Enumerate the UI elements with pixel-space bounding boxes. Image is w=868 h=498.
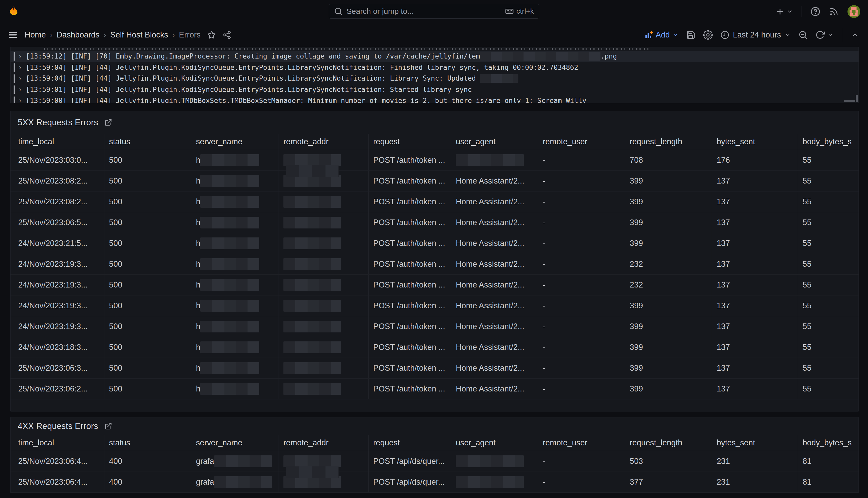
cell-request_length: 503 — [625, 451, 712, 472]
cell-request: POST /auth/token ... — [368, 171, 451, 191]
breadcrumb-home[interactable]: Home — [25, 30, 46, 40]
search-input[interactable]: Search or jump to... ctrl+k — [329, 4, 539, 19]
cell-remote_user: - — [538, 192, 625, 212]
help-button[interactable] — [811, 7, 820, 16]
table-4xx: time_localstatusserver_nameremote_addrre… — [11, 435, 858, 493]
column-header-status[interactable]: status — [104, 134, 191, 150]
column-header-status[interactable]: status — [104, 435, 191, 451]
breadcrumb-dashboards[interactable]: Dashboards — [57, 30, 99, 40]
redacted-blur — [214, 455, 272, 467]
collapse-toolbar-button[interactable] — [851, 31, 859, 39]
cell-bytes_sent: 137 — [712, 192, 798, 212]
avatar[interactable] — [847, 5, 860, 18]
add-panel-button[interactable]: Add — [644, 30, 678, 40]
cell-remote_user: - — [538, 171, 625, 191]
new-button[interactable] — [775, 7, 793, 16]
keyboard-icon — [505, 7, 514, 16]
column-header-request_length[interactable]: request_length — [625, 134, 712, 150]
log-lines: ›[13:59:12] [INF] [70] Emby.Drawing.Imag… — [11, 47, 858, 103]
cell-bytes_sent: 137 — [712, 212, 798, 233]
log-level-indicator — [14, 75, 15, 83]
cell-status: 500 — [104, 316, 191, 337]
cell-user_agent: Home Assistant/2... — [451, 171, 538, 191]
breadcrumb-dashboard-name[interactable]: Self Host Blocks — [110, 30, 168, 40]
cell-remote_addr — [279, 337, 368, 357]
redacted-blur — [214, 476, 272, 488]
cell-status: 500 — [104, 233, 191, 254]
column-header-request_length[interactable]: request_length — [625, 435, 712, 451]
cell-time_local: 24/Nov/2023:19:3... — [18, 275, 104, 295]
log-row: ›[13:59:04] [INF] [44] Jellyfin.Plugin.K… — [11, 73, 858, 84]
cell-remote_addr — [279, 233, 368, 254]
external-link-icon[interactable] — [104, 422, 112, 430]
cell-status: 400 — [104, 451, 191, 472]
cell-remote_user: - — [538, 379, 625, 399]
time-range-picker[interactable]: Last 24 hours — [720, 30, 791, 40]
breadcrumb-separator: › — [50, 30, 53, 39]
cell-body_bytes_sent: 55 — [798, 150, 852, 170]
column-header-remote_user[interactable]: remote_user — [538, 134, 625, 150]
redacted-blur — [283, 217, 341, 228]
column-header-time_local[interactable]: time_local — [18, 435, 104, 451]
table-header-row: time_localstatusserver_nameremote_addrre… — [11, 435, 858, 451]
column-header-remote_addr[interactable]: remote_addr — [279, 134, 368, 150]
cell-request: POST /auth/token ... — [368, 192, 451, 212]
column-header-remote_user[interactable]: remote_user — [538, 435, 625, 451]
cell-server_name: h — [191, 337, 279, 357]
column-header-remote_addr[interactable]: remote_addr — [279, 435, 368, 451]
cell-remote_addr — [279, 254, 368, 274]
share-button[interactable] — [223, 30, 231, 39]
clock-icon — [720, 30, 729, 39]
panel-title[interactable]: 4XX Requests Errors — [18, 421, 98, 431]
redacted-blur — [286, 165, 339, 177]
expand-log-chevron[interactable]: › — [19, 64, 21, 71]
redacted-blur — [200, 237, 259, 249]
cell-remote_user: - — [538, 472, 625, 492]
cell-bytes_sent: 137 — [712, 337, 798, 357]
column-header-user_agent[interactable]: user_agent — [451, 134, 538, 150]
cell-remote_user: - — [538, 212, 625, 233]
column-header-request[interactable]: request — [368, 134, 451, 150]
cell-user_agent: Home Assistant/2... — [451, 212, 538, 233]
cell-user_agent: Home Assistant/2... — [451, 275, 538, 295]
logs-panel: ›[13:59:12] [INF] [70] Emby.Drawing.Imag… — [10, 47, 859, 103]
scrollbar[interactable] — [844, 93, 858, 102]
expand-log-chevron[interactable]: › — [19, 97, 21, 103]
column-header-time_local[interactable]: time_local — [18, 134, 104, 150]
external-link-icon[interactable] — [104, 119, 112, 126]
column-header-server_name[interactable]: server_name — [191, 435, 279, 451]
save-dashboard-button[interactable] — [686, 30, 695, 40]
grafana-logo[interactable] — [8, 6, 19, 17]
cell-remote_user: - — [538, 150, 625, 170]
cell-request: POST /auth/token ... — [368, 337, 451, 357]
cell-user_agent: Home Assistant/2... — [451, 233, 538, 254]
column-header-bytes_sent[interactable]: bytes_sent — [712, 435, 798, 451]
expand-log-chevron[interactable]: › — [19, 86, 21, 93]
redacted-blur — [286, 467, 339, 478]
add-panel-icon — [644, 30, 653, 39]
favorite-star-button[interactable] — [207, 30, 216, 39]
table-row: 25/Nov/2023:06:4...400grafaPOST /api/ds/… — [11, 472, 858, 493]
cell-server_name: h — [191, 233, 279, 254]
zoom-out-button[interactable] — [799, 30, 808, 40]
search-icon — [334, 7, 342, 15]
cell-request_length: 377 — [625, 472, 712, 492]
column-header-server_name[interactable]: server_name — [191, 134, 279, 150]
column-header-user_agent[interactable]: user_agent — [451, 435, 538, 451]
news-button[interactable] — [829, 7, 839, 16]
redacted-blur — [200, 341, 259, 353]
cell-time_local: 25/Nov/2023:03:0... — [18, 150, 104, 170]
column-header-body_bytes_sent[interactable]: body_bytes_sent — [798, 435, 852, 451]
dashboard-settings-button[interactable] — [703, 30, 713, 40]
menu-toggle[interactable] — [8, 30, 18, 40]
column-header-request[interactable]: request — [368, 435, 451, 451]
log-level-indicator — [14, 63, 15, 71]
expand-log-chevron[interactable]: › — [19, 75, 21, 82]
cell-status: 500 — [104, 296, 191, 316]
panel-title[interactable]: 5XX Requests Errors — [18, 118, 98, 127]
column-header-bytes_sent[interactable]: bytes_sent — [712, 134, 798, 150]
refresh-button[interactable] — [815, 30, 833, 40]
column-header-body_bytes_sent[interactable]: body_bytes_sent — [798, 134, 852, 150]
redacted-blur — [283, 258, 341, 270]
expand-log-chevron[interactable]: › — [19, 53, 21, 60]
